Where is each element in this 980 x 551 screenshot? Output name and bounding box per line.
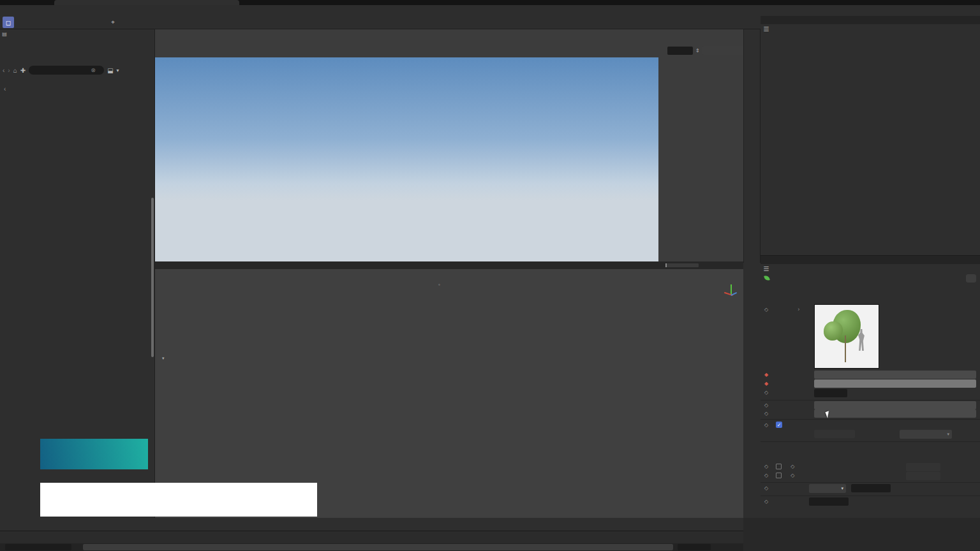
attr-hamburger-icon[interactable]: ☰: [761, 265, 772, 272]
menu-bar: [0, 5, 980, 15]
custom-scale-unit-dropdown[interactable]: ▾: [900, 430, 952, 439]
plant-thumbnail[interactable]: [814, 304, 879, 369]
render-mode-dropdown[interactable]: [814, 401, 976, 409]
object-manager: ☰: [761, 16, 980, 255]
video-title-card: [40, 483, 317, 517]
leaf-density-field[interactable]: [814, 389, 847, 397]
use2-checkbox[interactable]: [776, 473, 782, 478]
zoom-value[interactable]: [667, 47, 693, 55]
viewport[interactable]: ◦ ▾: [155, 269, 743, 518]
object-manager-menu: ☰: [761, 24, 980, 34]
attr-mode-row: ☰: [761, 264, 980, 274]
timeline-range-slider[interactable]: [83, 544, 673, 550]
camera-swap-icon[interactable]: ◦: [438, 282, 440, 288]
timeline-ruler[interactable]: [0, 531, 743, 543]
progress-bar: [665, 263, 699, 267]
editor-mode-dropdown[interactable]: [814, 409, 976, 418]
max-branch-depth-field[interactable]: [906, 472, 940, 480]
model-dropdown[interactable]: [814, 371, 976, 379]
window-titlebar: [0, 0, 980, 5]
zoom-stepper[interactable]: ⇕: [695, 48, 700, 54]
subdivision-field[interactable]: [851, 484, 891, 492]
attribute-manager: ☰ ◇ › ◆ ◆ ◇: [761, 255, 980, 518]
season-dropdown[interactable]: [814, 379, 976, 388]
document-tab[interactable]: [54, 0, 239, 5]
render-view: ⇕ ▾ ⚙ ◦ ▾: [155, 29, 743, 518]
rendered-image: [155, 57, 658, 261]
transport-bar: [155, 518, 743, 531]
leaf-amount-field[interactable]: [809, 497, 849, 506]
render-view-toolbar: [156, 45, 742, 57]
use-document-scale-checkbox[interactable]: ✓: [776, 422, 782, 428]
range-end-field[interactable]: [678, 544, 711, 550]
timeline-range-row: [0, 543, 743, 551]
capsules-badge: [40, 439, 148, 469]
axis-gizmo: [723, 283, 739, 302]
ab-scrollbar[interactable]: [151, 198, 154, 357]
live-selection-tool[interactable]: ◻: [3, 17, 14, 28]
bottom-right-filler: [743, 518, 980, 551]
plant-object-icon: [764, 275, 769, 281]
size-dropdown[interactable]: ▾: [702, 46, 750, 55]
range-start-field[interactable]: [5, 544, 71, 550]
object-palette: [743, 29, 761, 263]
subdivision-mode-dropdown[interactable]: ▾: [809, 484, 846, 493]
cinema4d-window: ◻ ⌖ ▤ ‹ › ⌂ ✚ ⊗ ⬓ ▾ ‹: [0, 0, 980, 551]
om-hamburger-icon[interactable]: ☰: [761, 26, 772, 33]
progress-strip: [155, 261, 743, 269]
custom-scale-field[interactable]: [814, 430, 855, 438]
axis-lock-icon[interactable]: ⌖: [107, 17, 119, 28]
min-branch-thickness-field[interactable]: [906, 463, 940, 471]
custom-button[interactable]: [966, 274, 976, 283]
use1-checkbox[interactable]: [776, 464, 782, 469]
